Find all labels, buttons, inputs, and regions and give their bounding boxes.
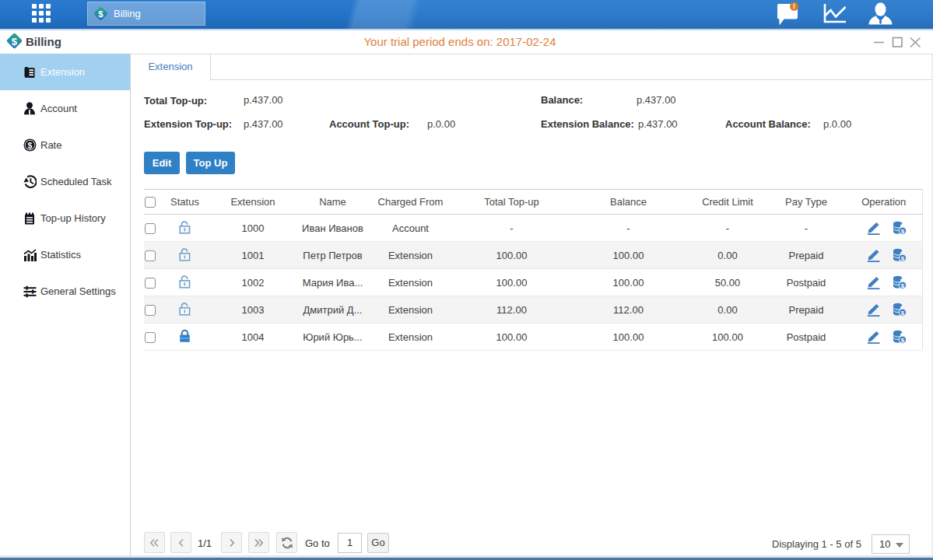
svg-text:$: $	[901, 228, 905, 235]
svg-text:$: $	[901, 255, 905, 262]
svg-text:$: $	[98, 9, 103, 19]
svg-text:$: $	[901, 282, 905, 289]
svg-text:$: $	[901, 337, 905, 344]
svg-text:$: $	[901, 310, 905, 317]
svg-text:$: $	[28, 141, 33, 150]
svg-text:!: !	[793, 2, 795, 10]
